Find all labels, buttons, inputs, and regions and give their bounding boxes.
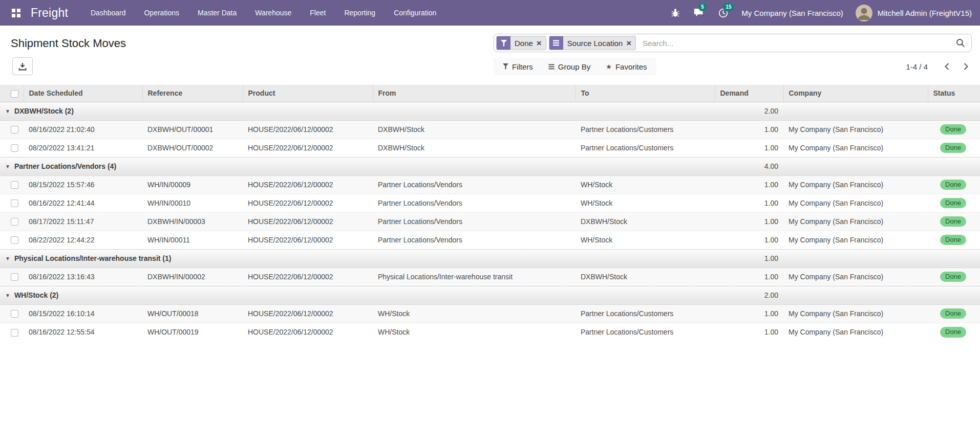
nav-menu-warehouse[interactable]: Warehouse xyxy=(255,9,291,17)
cell-to[interactable]: Partner Locations/Customers xyxy=(576,304,715,323)
cell-to[interactable]: Partner Locations/Customers xyxy=(576,120,715,139)
row-checkbox[interactable] xyxy=(11,199,18,207)
column-header-demand[interactable]: Demand xyxy=(715,85,783,102)
cell-company[interactable]: My Company (San Francisco) xyxy=(783,231,928,249)
cell-to[interactable]: Partner Locations/Customers xyxy=(576,323,715,341)
column-header-status[interactable]: Status xyxy=(928,85,980,102)
cell-status[interactable]: Done xyxy=(928,231,980,249)
cell-date-scheduled[interactable]: 08/16/2022 21:02:40 xyxy=(24,120,142,139)
row-select-cell[interactable] xyxy=(0,175,24,194)
group-label-cell[interactable]: ▼DXBWH/Stock (2) xyxy=(0,102,715,120)
group-by-button[interactable]: Group By xyxy=(548,62,590,71)
row-checkbox[interactable] xyxy=(11,236,18,244)
cell-demand[interactable]: 1.00 xyxy=(715,175,783,194)
cell-company[interactable]: My Company (San Francisco) xyxy=(783,139,928,157)
cell-reference[interactable]: DXBWH/IN/00003 xyxy=(142,212,243,231)
filters-button[interactable]: Filters xyxy=(503,62,533,71)
table-row[interactable]: 08/16/2022 12:55:54WH/OUT/00019HOUSE/202… xyxy=(0,323,980,341)
row-checkbox[interactable] xyxy=(11,310,18,318)
cell-to[interactable]: Partner Locations/Customers xyxy=(576,139,715,157)
cell-product[interactable]: HOUSE/2022/06/12/00002 xyxy=(243,323,373,341)
cell-product[interactable]: HOUSE/2022/06/12/00002 xyxy=(243,268,373,286)
column-header-product[interactable]: Product xyxy=(243,85,373,102)
cell-to[interactable]: WH/Stock xyxy=(576,175,715,194)
cell-reference[interactable]: DXBWH/IN/00002 xyxy=(142,268,243,286)
cell-from[interactable]: DXBWH/Stock xyxy=(373,120,576,139)
row-select-cell[interactable] xyxy=(0,194,24,212)
cell-reference[interactable]: WH/OUT/00019 xyxy=(142,323,243,341)
table-row[interactable]: 08/16/2022 13:16:43DXBWH/IN/00002HOUSE/2… xyxy=(0,268,980,286)
row-select-cell[interactable] xyxy=(0,231,24,249)
group-label-cell[interactable]: ▼Partner Locations/Vendors (4) xyxy=(0,157,715,175)
cell-company[interactable]: My Company (San Francisco) xyxy=(783,194,928,212)
cell-product[interactable]: HOUSE/2022/06/12/00002 xyxy=(243,194,373,212)
cell-product[interactable]: HOUSE/2022/06/12/00002 xyxy=(243,175,373,194)
cell-status[interactable]: Done xyxy=(928,120,980,139)
apps-grid-icon[interactable] xyxy=(8,5,24,20)
cell-date-scheduled[interactable]: 08/16/2022 12:41:44 xyxy=(24,194,142,212)
cell-from[interactable]: Partner Locations/Vendors xyxy=(373,231,576,249)
cell-status[interactable]: Done xyxy=(928,212,980,231)
cell-from[interactable]: Partner Locations/Vendors xyxy=(373,175,576,194)
select-all-cell[interactable] xyxy=(0,85,24,102)
nav-menu-operations[interactable]: Operations xyxy=(144,9,179,17)
cell-reference[interactable]: DXBWH/OUT/00002 xyxy=(142,139,243,157)
row-select-cell[interactable] xyxy=(0,304,24,323)
search-input[interactable] xyxy=(638,39,956,48)
cell-demand[interactable]: 1.00 xyxy=(715,323,783,341)
cell-date-scheduled[interactable]: 08/17/2022 15:11:47 xyxy=(24,212,142,231)
row-checkbox[interactable] xyxy=(11,329,18,337)
cell-product[interactable]: HOUSE/2022/06/12/00002 xyxy=(243,120,373,139)
cell-company[interactable]: My Company (San Francisco) xyxy=(783,120,928,139)
table-row[interactable]: 08/16/2022 12:41:44WH/IN/00010HOUSE/2022… xyxy=(0,194,980,212)
group-row[interactable]: ▼Partner Locations/Vendors (4)4.00 xyxy=(0,157,980,175)
cell-product[interactable]: HOUSE/2022/06/12/00002 xyxy=(243,212,373,231)
company-switcher[interactable]: My Company (San Francisco) xyxy=(741,9,843,17)
search-icon[interactable] xyxy=(956,38,965,48)
user-menu[interactable]: Mitchell Admin (FreightV15) xyxy=(856,5,972,21)
group-label-cell[interactable]: ▼Physical Locations/Inter-warehouse tran… xyxy=(0,249,715,268)
row-checkbox[interactable] xyxy=(11,218,18,226)
nav-menu-reporting[interactable]: Reporting xyxy=(344,9,375,17)
nav-menu-configuration[interactable]: Configuration xyxy=(394,9,436,17)
row-checkbox[interactable] xyxy=(11,126,18,134)
cell-status[interactable]: Done xyxy=(928,194,980,212)
cell-reference[interactable]: WH/OUT/00018 xyxy=(142,304,243,323)
cell-status[interactable]: Done xyxy=(928,304,980,323)
table-row[interactable]: 08/22/2022 12:44:22WH/IN/00011HOUSE/2022… xyxy=(0,231,980,249)
table-row[interactable]: 08/20/2022 13:41:21DXBWH/OUT/00002HOUSE/… xyxy=(0,139,980,157)
cell-company[interactable]: My Company (San Francisco) xyxy=(783,268,928,286)
group-collapse-caret-icon[interactable]: ▼ xyxy=(5,108,10,114)
cell-company[interactable]: My Company (San Francisco) xyxy=(783,212,928,231)
cell-reference[interactable]: DXBWH/OUT/00001 xyxy=(142,120,243,139)
row-checkbox[interactable] xyxy=(11,181,18,189)
cell-reference[interactable]: WH/IN/00010 xyxy=(142,194,243,212)
cell-demand[interactable]: 1.00 xyxy=(715,231,783,249)
cell-date-scheduled[interactable]: 08/22/2022 12:44:22 xyxy=(24,231,142,249)
select-all-checkbox[interactable] xyxy=(11,90,18,98)
table-row[interactable]: 08/15/2022 15:57:46WH/IN/00009HOUSE/2022… xyxy=(0,175,980,194)
cell-from[interactable]: Physical Locations/Inter-warehouse trans… xyxy=(373,268,576,286)
nav-menu-master-data[interactable]: Master Data xyxy=(198,9,237,17)
cell-status[interactable]: Done xyxy=(928,175,980,194)
facet-remove-icon[interactable]: × xyxy=(537,39,542,48)
cell-company[interactable]: My Company (San Francisco) xyxy=(783,304,928,323)
column-header-from[interactable]: From xyxy=(373,85,576,102)
cell-company[interactable]: My Company (San Francisco) xyxy=(783,175,928,194)
row-select-cell[interactable] xyxy=(0,139,24,157)
cell-to[interactable]: WH/Stock xyxy=(576,194,715,212)
nav-menu-dashboard[interactable]: Dashboard xyxy=(91,9,126,17)
cell-demand[interactable]: 1.00 xyxy=(715,139,783,157)
nav-menu-fleet[interactable]: Fleet xyxy=(310,9,326,17)
column-header-date-scheduled[interactable]: Date Scheduled xyxy=(24,85,142,102)
messages-icon[interactable]: 5 xyxy=(693,7,705,18)
favorites-button[interactable]: ★ Favorites xyxy=(606,62,647,71)
cell-status[interactable]: Done xyxy=(928,323,980,341)
row-select-cell[interactable] xyxy=(0,268,24,286)
group-collapse-caret-icon[interactable]: ▼ xyxy=(5,293,10,298)
column-header-company[interactable]: Company xyxy=(783,85,928,102)
cell-product[interactable]: HOUSE/2022/06/12/00002 xyxy=(243,304,373,323)
cell-date-scheduled[interactable]: 08/20/2022 13:41:21 xyxy=(24,139,142,157)
cell-demand[interactable]: 1.00 xyxy=(715,120,783,139)
app-brand[interactable]: Freight xyxy=(31,6,68,20)
